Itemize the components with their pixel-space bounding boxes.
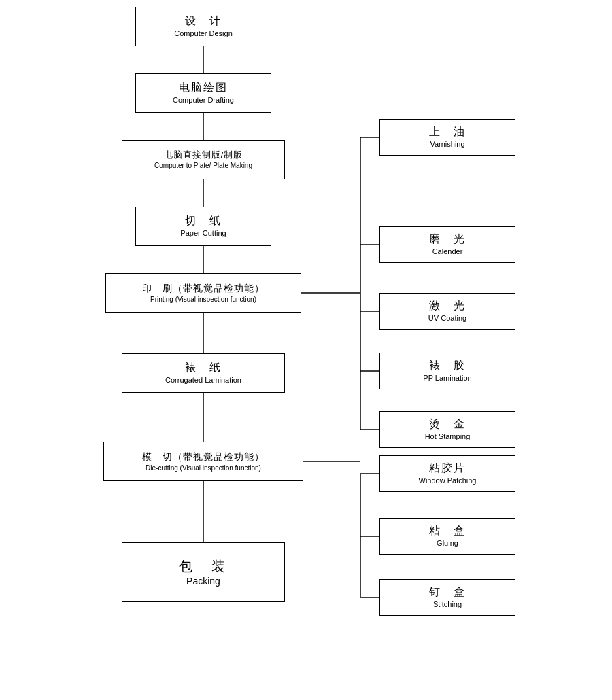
- varnishing-en: Varnishing: [430, 139, 464, 149]
- window-patching-node: 粘胶片 Window Patching: [379, 455, 515, 492]
- window-patching-en: Window Patching: [419, 476, 477, 485]
- stitching-cn: 钉 盒: [429, 585, 466, 599]
- calender-node: 磨 光 Calender: [379, 226, 515, 263]
- gluing-node: 粘 盒 Gluing: [379, 518, 515, 555]
- plate-making-cn: 电脑直接制版/制版: [164, 150, 243, 161]
- process-diagram: 设 计 Computer Design 电脑绘图 Computer Drafti…: [0, 0, 612, 700]
- uv-coating-node: 激 光 UV Coating: [379, 293, 515, 330]
- varnishing-node: 上 油 Varnishing: [379, 119, 515, 156]
- packing-cn: 包 装: [179, 557, 228, 575]
- computer-design-node: 设 计 Computer Design: [135, 7, 271, 46]
- die-cutting-node: 模 切（带视觉品检功能） Die-cutting (Visual inspect…: [103, 442, 303, 481]
- computer-drafting-cn: 电脑绘图: [179, 81, 228, 95]
- uv-coating-en: UV Coating: [428, 313, 466, 323]
- plate-making-node: 电脑直接制版/制版 Computer to Plate/ Plate Makin…: [122, 140, 285, 179]
- uv-coating-cn: 激 光: [429, 299, 466, 313]
- stitching-node: 钉 盒 Stitching: [379, 579, 515, 616]
- printing-node: 印 刷（带视觉品检功能） Printing (Visual inspection…: [105, 273, 301, 313]
- corrugated-cn: 裱 纸: [185, 361, 222, 375]
- pp-lamination-en: PP Lamination: [423, 373, 471, 383]
- gluing-cn: 粘 盒: [429, 524, 466, 538]
- corrugated-en: Corrugated Lamination: [165, 375, 241, 385]
- packing-en: Packing: [186, 575, 220, 587]
- die-cutting-cn: 模 切（带视觉品检功能）: [142, 451, 265, 463]
- paper-cutting-node: 切 纸 Paper Cutting: [135, 207, 271, 246]
- connector-lines: [0, 0, 612, 700]
- varnishing-cn: 上 油: [429, 125, 466, 139]
- stitching-en: Stitching: [433, 599, 462, 609]
- calender-en: Calender: [432, 247, 463, 256]
- die-cutting-en: Die-cutting (Visual inspection function): [146, 463, 261, 472]
- printing-cn: 印 刷（带视觉品检功能）: [142, 282, 265, 294]
- computer-drafting-node: 电脑绘图 Computer Drafting: [135, 73, 271, 113]
- pp-lamination-cn: 裱 胶: [429, 359, 466, 373]
- printing-en: Printing (Visual inspection function): [150, 295, 256, 304]
- hot-stamping-en: Hot Stamping: [425, 432, 471, 441]
- computer-drafting-en: Computer Drafting: [173, 95, 234, 105]
- paper-cutting-en: Paper Cutting: [180, 228, 226, 238]
- pp-lamination-node: 裱 胶 PP Lamination: [379, 353, 515, 389]
- gluing-en: Gluing: [437, 538, 458, 548]
- plate-making-en: Computer to Plate/ Plate Making: [154, 161, 252, 170]
- packing-node: 包 装 Packing: [122, 542, 285, 602]
- corrugated-node: 裱 纸 Corrugated Lamination: [122, 353, 285, 393]
- paper-cutting-cn: 切 纸: [185, 214, 222, 228]
- computer-design-cn: 设 计: [185, 14, 222, 29]
- hot-stamping-node: 烫 金 Hot Stamping: [379, 411, 515, 448]
- calender-cn: 磨 光: [429, 232, 466, 247]
- hot-stamping-cn: 烫 金: [429, 417, 466, 432]
- computer-design-en: Computer Design: [174, 29, 233, 38]
- window-patching-cn: 粘胶片: [429, 461, 466, 476]
